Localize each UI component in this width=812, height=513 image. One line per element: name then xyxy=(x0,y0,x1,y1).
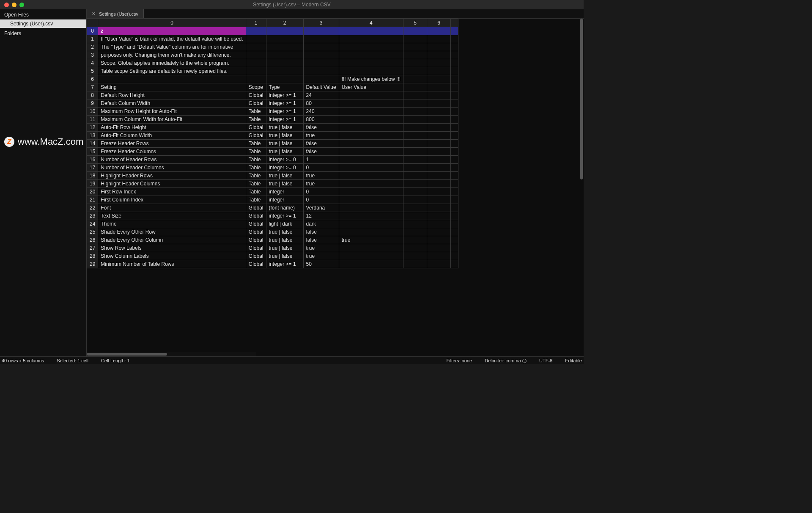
cell[interactable]: Global xyxy=(246,99,266,108)
cell[interactable] xyxy=(339,43,403,51)
cell[interactable]: Table xyxy=(246,148,266,156)
cell[interactable]: Global xyxy=(246,244,266,252)
row-header[interactable]: 27 xyxy=(87,244,98,252)
cell[interactable]: integer >= 1 xyxy=(266,260,303,268)
cell[interactable]: true | false xyxy=(266,228,303,236)
cell[interactable] xyxy=(403,164,427,172)
horizontal-scrollbar-thumb[interactable] xyxy=(87,353,167,356)
cell[interactable] xyxy=(339,260,403,268)
cell[interactable]: Global xyxy=(246,220,266,228)
cell[interactable]: 24 xyxy=(303,91,339,99)
cell[interactable]: true | false xyxy=(266,172,303,180)
row-header[interactable]: 24 xyxy=(87,220,98,228)
cell[interactable]: true | false xyxy=(266,180,303,188)
cell[interactable]: Font xyxy=(98,204,246,212)
cell[interactable]: integer xyxy=(266,188,303,196)
cell[interactable] xyxy=(403,51,427,59)
cell[interactable]: Table xyxy=(246,188,266,196)
vertical-scrollbar[interactable] xyxy=(579,19,584,356)
cell[interactable]: !!! Make changes below !!! xyxy=(339,75,403,83)
cell[interactable] xyxy=(339,220,403,228)
close-tab-icon[interactable]: ✕ xyxy=(92,11,96,17)
cell[interactable]: Default Value xyxy=(303,83,339,91)
cell[interactable]: 800 xyxy=(303,116,339,124)
cell[interactable]: Shade Every Other Row xyxy=(98,228,246,236)
cell[interactable]: Global xyxy=(246,204,266,212)
cell[interactable] xyxy=(451,35,458,43)
cell[interactable] xyxy=(427,51,451,59)
cell[interactable] xyxy=(339,59,403,67)
cell[interactable] xyxy=(451,260,458,268)
cell[interactable] xyxy=(246,43,266,51)
cell[interactable] xyxy=(451,51,458,59)
cell[interactable]: integer xyxy=(266,196,303,204)
cell[interactable] xyxy=(451,148,458,156)
cell[interactable]: Default Column Width xyxy=(98,99,246,108)
cell[interactable]: Number of Header Columns xyxy=(98,164,246,172)
cell[interactable] xyxy=(427,260,451,268)
row-header[interactable]: 8 xyxy=(87,91,98,99)
cell[interactable]: false xyxy=(303,236,339,244)
cell[interactable]: Global xyxy=(246,260,266,268)
cell[interactable] xyxy=(403,27,427,35)
cell[interactable]: Shade Every Other Column xyxy=(98,236,246,244)
cell[interactable] xyxy=(403,220,427,228)
open-files-header[interactable]: Open Files xyxy=(0,9,86,19)
cell[interactable] xyxy=(451,220,458,228)
column-header[interactable]: 3 xyxy=(303,19,339,27)
cell[interactable] xyxy=(427,124,451,132)
cell[interactable] xyxy=(451,116,458,124)
row-header[interactable]: 0 xyxy=(87,27,98,35)
row-header[interactable]: 26 xyxy=(87,236,98,244)
status-delimiter[interactable]: Delimiter: comma (,) xyxy=(485,358,527,363)
cell[interactable]: integer >= 1 xyxy=(266,91,303,99)
column-header[interactable]: 1 xyxy=(246,19,266,27)
cell[interactable]: Type xyxy=(266,83,303,91)
cell[interactable]: dark xyxy=(303,220,339,228)
cell[interactable] xyxy=(339,164,403,172)
cell[interactable] xyxy=(451,180,458,188)
cell[interactable] xyxy=(303,43,339,51)
cell[interactable] xyxy=(266,43,303,51)
cell[interactable] xyxy=(339,252,403,260)
close-window-button[interactable] xyxy=(4,3,9,7)
cell[interactable]: integer >= 1 xyxy=(266,116,303,124)
cell[interactable] xyxy=(427,156,451,164)
status-encoding[interactable]: UTF-8 xyxy=(539,358,552,363)
cell[interactable]: Number of Header Rows xyxy=(98,156,246,164)
column-header[interactable]: 6 xyxy=(427,19,451,27)
cell[interactable]: false xyxy=(303,124,339,132)
cell[interactable]: 80 xyxy=(303,99,339,108)
cell[interactable]: true | false xyxy=(266,148,303,156)
cell[interactable]: 0 xyxy=(303,188,339,196)
status-filters[interactable]: Filters: none xyxy=(447,358,472,363)
cell[interactable] xyxy=(303,27,339,35)
cell[interactable] xyxy=(339,116,403,124)
cell[interactable]: true | false xyxy=(266,244,303,252)
cell[interactable] xyxy=(451,228,458,236)
cell[interactable] xyxy=(427,244,451,252)
cell[interactable] xyxy=(427,35,451,43)
cell[interactable]: Show Column Labels xyxy=(98,252,246,260)
column-header[interactable]: 2 xyxy=(266,19,303,27)
cell[interactable] xyxy=(451,164,458,172)
cell[interactable] xyxy=(403,67,427,75)
cell[interactable] xyxy=(403,91,427,99)
row-header[interactable]: 10 xyxy=(87,108,98,116)
row-header[interactable]: 28 xyxy=(87,252,98,260)
cell[interactable]: 50 xyxy=(303,260,339,268)
cell[interactable] xyxy=(266,59,303,67)
cell[interactable] xyxy=(303,67,339,75)
cell[interactable] xyxy=(339,156,403,164)
cell[interactable] xyxy=(246,75,266,83)
cell[interactable]: false xyxy=(303,140,339,148)
cell[interactable] xyxy=(451,99,458,108)
cell[interactable] xyxy=(451,196,458,204)
cell[interactable] xyxy=(266,51,303,59)
cell[interactable]: true xyxy=(303,172,339,180)
sidebar-file-item[interactable]: Settings (User).csv xyxy=(0,19,86,28)
cell[interactable]: z xyxy=(98,27,246,35)
row-header[interactable]: 15 xyxy=(87,148,98,156)
cell[interactable]: Auto-Fit Row Height xyxy=(98,124,246,132)
cell[interactable] xyxy=(451,132,458,140)
